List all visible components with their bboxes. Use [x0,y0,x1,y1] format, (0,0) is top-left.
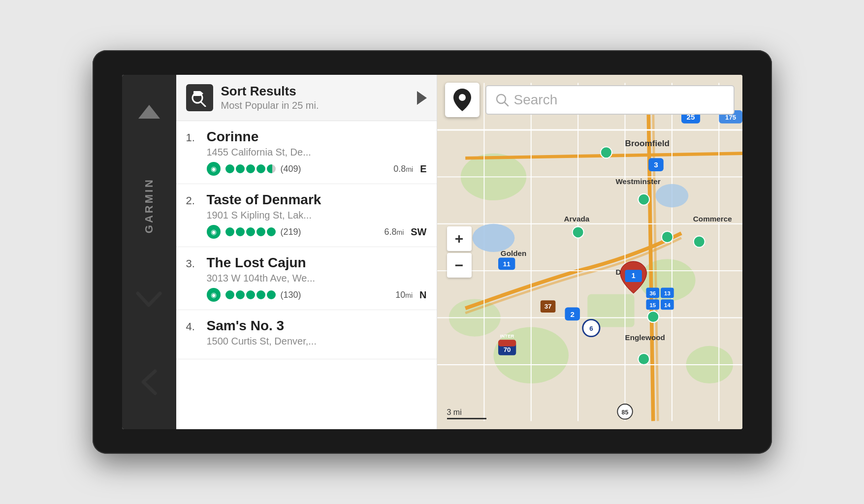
svg-text:3: 3 [654,160,658,169]
scale-label: 3 mi [447,408,462,416]
result-item-2[interactable]: 2. Taste of Denmark 1901 S Kipling St, L… [176,184,437,247]
sort-expand-arrow[interactable] [417,91,427,105]
direction: E [420,163,426,175]
map-background: Broomfield Westminster Arvada Commerce G… [437,75,742,429]
result-address: 1901 S Kipling St, Lak... [207,210,427,221]
star-2 [236,290,245,299]
review-count: (409) [281,164,301,174]
tripadvisor-icon [207,225,221,239]
result-meta: (130) 10mi N [207,288,427,302]
star-3 [246,164,255,173]
distance: 10mi [395,290,413,300]
svg-text:INTER: INTER [500,333,514,339]
star-3 [246,227,255,236]
svg-point-33 [638,194,649,205]
result-meta: (219) 6.8mi SW [207,225,427,239]
svg-point-38 [638,353,649,365]
svg-point-37 [647,311,659,322]
star-1 [225,227,234,236]
svg-text:2: 2 [570,310,574,318]
result-name: Corinne [207,129,259,145]
distance: 6.8mi [384,227,404,237]
star-5 [267,290,276,299]
svg-text:6: 6 [589,325,593,332]
star-1 [225,164,234,173]
device: GARMIN [93,50,772,454]
svg-text:Arvada: Arvada [564,215,589,223]
svg-text:Commerce: Commerce [693,215,732,223]
search-placeholder: Search [514,92,558,108]
svg-point-23 [472,224,514,252]
svg-rect-2 [193,91,200,96]
search-box[interactable]: Search [485,85,735,115]
scale-bar: 3 mi [447,408,486,419]
stars-row [225,227,276,236]
svg-text:Broomfield: Broomfield [625,138,670,148]
svg-text:15: 15 [649,302,656,308]
tripadvisor-icon [207,162,221,176]
svg-text:Westminster: Westminster [615,177,660,186]
stars-row [225,290,276,299]
svg-text:36: 36 [649,290,656,296]
review-count: (219) [281,227,301,237]
star-1 [225,290,234,299]
sort-title: Sort Results [221,84,411,99]
results-panel: Sort Results Most Popular in 25 mi. 1. C… [176,75,437,429]
svg-point-24 [655,184,688,208]
search-icon [495,93,509,107]
result-number: 4. [186,320,201,333]
result-name: Taste of Denmark [207,192,321,208]
svg-text:37: 37 [544,303,551,310]
scroll-down-button[interactable] [132,282,166,316]
result-name: The Lost Cajun [207,255,306,271]
star-5 [267,227,276,236]
svg-point-34 [572,226,583,238]
sort-subtitle: Most Popular in 25 mi. [221,99,411,112]
distance: 0.8mi [393,164,413,174]
star-4 [256,227,265,236]
result-item-1[interactable]: 1. Corinne 1455 California St, De... (40… [176,121,437,184]
map-panel: Broomfield Westminster Arvada Commerce G… [437,75,742,429]
star-2 [236,227,245,236]
svg-text:Englewood: Englewood [625,333,665,342]
zoom-out-button[interactable]: − [447,253,472,278]
scroll-up-button[interactable] [132,94,166,129]
nav-sidebar: GARMIN [122,75,176,429]
direction: SW [411,226,426,238]
result-number: 3. [186,257,201,270]
svg-text:85: 85 [621,409,628,416]
device-screen: GARMIN [122,75,742,429]
star-2 [236,164,245,173]
map-svg: Broomfield Westminster Arvada Commerce G… [437,75,742,429]
svg-text:13: 13 [664,290,671,296]
svg-text:70: 70 [503,346,511,353]
review-count: (130) [281,290,301,300]
result-item-4[interactable]: 4. Sam's No. 3 1500 Curtis St, Denver,..… [176,310,437,359]
tripadvisor-icon [207,288,221,302]
location-button[interactable] [445,83,480,117]
sort-icon [186,84,213,111]
svg-text:1: 1 [631,272,635,280]
result-address: 3013 W 104th Ave, We... [207,273,427,284]
result-address: 1500 Curtis St, Denver,... [207,336,427,347]
svg-point-70 [459,94,466,101]
svg-point-32 [600,147,611,158]
sort-header[interactable]: Sort Results Most Popular in 25 mi. [176,75,437,121]
svg-line-72 [505,102,508,106]
svg-point-36 [693,236,704,248]
back-button[interactable] [132,365,166,400]
result-meta: (409) 0.8mi E [207,162,427,176]
star-4 [256,290,265,299]
stars-row [225,164,276,173]
svg-point-35 [661,231,672,243]
star-4 [256,164,265,173]
svg-line-1 [201,102,205,106]
garmin-brand-label: GARMIN [143,178,156,233]
zoom-in-button[interactable]: + [447,226,472,251]
result-number: 2. [186,194,201,207]
result-item-3[interactable]: 3. The Lost Cajun 3013 W 104th Ave, We..… [176,247,437,310]
star-5 [267,164,276,173]
svg-text:14: 14 [664,302,671,308]
map-header: Search [445,83,735,117]
scale-line [447,418,486,419]
